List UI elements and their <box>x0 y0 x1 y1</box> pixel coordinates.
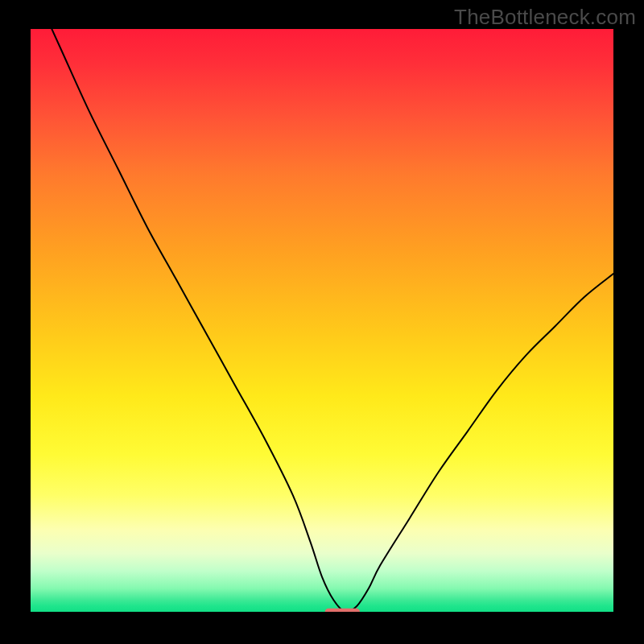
bottleneck-curve <box>31 29 613 612</box>
chart-svg <box>31 29 613 612</box>
optimum-marker <box>325 609 360 612</box>
plot-area <box>31 29 613 612</box>
watermark-text: TheBottleneck.com <box>454 5 636 30</box>
chart-container: TheBottleneck.com <box>0 0 644 644</box>
